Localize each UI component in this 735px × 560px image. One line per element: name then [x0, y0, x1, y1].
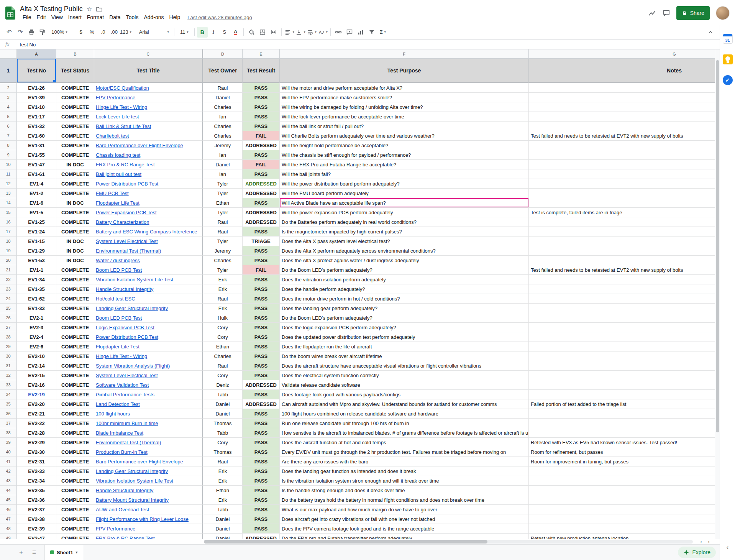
cell-test-no[interactable]: EV1-32	[17, 122, 56, 131]
cell-test-purpose[interactable]: Will the power expansion PCB perform ade…	[280, 208, 529, 217]
collapse-toolbar-button[interactable]	[705, 27, 716, 38]
cell-test-result[interactable]: ADDRESSED	[243, 399, 280, 409]
cell-test-result[interactable]: PASS	[243, 390, 280, 399]
cell-test-owner[interactable]: Tyler	[203, 189, 243, 198]
row-number[interactable]: 44	[0, 486, 17, 495]
cell-test-owner[interactable]: Tyler	[203, 236, 243, 246]
cell-notes[interactable]	[529, 476, 720, 486]
cell-test-result[interactable]: PASS	[243, 466, 280, 476]
cell-test-title-link[interactable]: Blade Imbalance Test	[94, 428, 203, 438]
cell-notes[interactable]	[529, 275, 720, 284]
row-number[interactable]: 13	[0, 189, 17, 198]
cell-test-result[interactable]: PASS	[243, 294, 280, 304]
cell-test-result[interactable]: ADDRESSED	[243, 208, 280, 217]
column-header-a[interactable]: A	[17, 49, 56, 59]
cell-test-no[interactable]: EV1-6	[17, 198, 56, 208]
cell-test-title-link[interactable]: Environmental Test (Thermal)	[94, 438, 203, 447]
cell-test-title-link[interactable]: Flopdapter Life Test	[94, 342, 203, 351]
cell-test-owner[interactable]: Ian	[203, 112, 243, 122]
cell-test-owner[interactable]: Daniel	[203, 160, 243, 169]
cell-test-owner[interactable]: Tabb	[203, 390, 243, 399]
cell-notes[interactable]	[529, 524, 720, 534]
row-number[interactable]: 45	[0, 495, 17, 505]
cell-test-status[interactable]: COMPLETE	[56, 361, 94, 371]
cell-test-result[interactable]: PASS	[243, 342, 280, 351]
cell-test-result[interactable]: PASS	[243, 419, 280, 428]
cell-notes[interactable]	[529, 83, 720, 93]
cell-test-status[interactable]: COMPLETE	[56, 313, 94, 323]
cell-test-title-link[interactable]: System Level Electrical Test	[94, 236, 203, 246]
cell-test-title-link[interactable]: Battery Characterization	[94, 217, 203, 227]
cell-test-purpose[interactable]: Does the handle perform adequately?	[280, 284, 529, 294]
cell-notes[interactable]	[529, 198, 720, 208]
cell-test-no[interactable]: EV2-15	[17, 371, 56, 380]
cell-test-title-link[interactable]: Vibration Isolation System Life Test	[94, 476, 203, 486]
cell-test-no[interactable]: EV1-62	[17, 294, 56, 304]
row-number[interactable]: 29	[0, 342, 17, 351]
cell-test-title-link[interactable]: Gimbal Performance Tests	[94, 390, 203, 399]
cell-test-owner[interactable]: Daniel	[203, 514, 243, 524]
insert-chart-button[interactable]	[355, 27, 366, 38]
cell-test-no[interactable]: EV2-39	[17, 524, 56, 534]
cell-test-no[interactable]: EV1-53	[17, 256, 56, 265]
cell-test-owner[interactable]: Tyler	[203, 208, 243, 217]
cell-test-status[interactable]: COMPLETE	[56, 457, 94, 466]
row-number[interactable]: 23	[0, 284, 17, 294]
cell-test-status[interactable]: COMPLETE	[56, 304, 94, 313]
cell-test-no[interactable]: EV1-33	[17, 304, 56, 313]
cell-test-owner[interactable]: Daniel	[203, 534, 243, 539]
cell-test-status[interactable]: COMPLETE	[56, 150, 94, 160]
cell-test-purpose[interactable]: Does the flopdapter run the life of airc…	[280, 342, 529, 351]
row-number[interactable]: 18	[0, 236, 17, 246]
cell-test-result[interactable]: ADDRESSED	[243, 534, 280, 539]
cell-test-no[interactable]: EV2-47	[17, 534, 56, 539]
column-title-notes[interactable]: Notes	[529, 59, 720, 83]
cell-test-no[interactable]: EV2-31	[17, 457, 56, 466]
column-title-test-no[interactable]: Test No	[17, 59, 56, 83]
cell-test-no[interactable]: EV2-36	[17, 495, 56, 505]
text-wrap-button[interactable]: ▾	[306, 27, 317, 38]
cell-test-title-link[interactable]: Motor/ESC Qualification	[94, 83, 203, 93]
cell-test-status[interactable]: COMPLETE	[56, 93, 94, 102]
cell-notes[interactable]	[529, 217, 720, 227]
cell-test-result[interactable]: PASS	[243, 332, 280, 342]
cell-test-result[interactable]: PASS	[243, 428, 280, 438]
cell-notes[interactable]: Retested with EV3 as EV5 had known senso…	[529, 438, 720, 447]
cell-test-status[interactable]: COMPLETE	[56, 495, 94, 505]
cell-test-title-link[interactable]: FPV Performance	[94, 524, 203, 534]
cell-test-result[interactable]: ADDRESSED	[243, 189, 280, 198]
merge-cells-button[interactable]	[268, 27, 279, 38]
cell-notes[interactable]: Test failed and needs to be retested at …	[529, 131, 720, 141]
row-number[interactable]: 1	[0, 59, 17, 83]
cell-test-no[interactable]: EV1-24	[17, 227, 56, 236]
cell-test-purpose[interactable]: Does the motor drive perform in hot / co…	[280, 294, 529, 304]
cell-test-purpose[interactable]: Will the FPV performance make customers …	[280, 93, 529, 102]
cell-test-status[interactable]: COMPLETE	[56, 294, 94, 304]
cell-test-title-link[interactable]: Ball joint pull out test	[94, 169, 203, 179]
cell-test-status[interactable]: COMPLETE	[56, 351, 94, 361]
cell-test-title-link[interactable]: Boom LED PCB Test	[94, 313, 203, 323]
cell-test-status[interactable]: COMPLETE	[56, 428, 94, 438]
cell-notes[interactable]	[529, 256, 720, 265]
sheet-tab-sheet1[interactable]: Sheet1 ▾	[44, 545, 83, 560]
cell-test-no[interactable]: EV2-33	[17, 466, 56, 476]
cell-test-title-link[interactable]: Hinge Life Test - Wiring	[94, 102, 203, 112]
cell-test-owner[interactable]: Raul	[203, 227, 243, 236]
cell-test-result[interactable]: PASS	[243, 83, 280, 93]
cell-test-purpose[interactable]: What is our max payload and how much mar…	[280, 505, 529, 514]
cell-test-purpose[interactable]: Does the aircraft function at hot and co…	[280, 438, 529, 447]
cell-test-purpose[interactable]: Do the Batteries perform adequately in r…	[280, 217, 529, 227]
cell-notes[interactable]	[529, 112, 720, 122]
cell-test-owner[interactable]: Cory	[203, 332, 243, 342]
cell-test-purpose[interactable]: Do the FRX pro and Futaba transmitter pe…	[280, 534, 529, 539]
cell-test-result[interactable]: PASS	[243, 304, 280, 313]
cell-test-no[interactable]: EV2-35	[17, 486, 56, 495]
cell-test-owner[interactable]: Erik	[203, 466, 243, 476]
cell-test-purpose[interactable]: Will the motor and drive perform accepta…	[280, 83, 529, 93]
row-number[interactable]: 24	[0, 294, 17, 304]
cell-test-no[interactable]: EV1-10	[17, 102, 56, 112]
cell-test-owner[interactable]: Tyler	[203, 265, 243, 275]
row-number[interactable]: 21	[0, 265, 17, 275]
cell-test-purpose[interactable]: Do the Boom LED's perform adequately?	[280, 265, 529, 275]
cell-notes[interactable]	[529, 419, 720, 428]
